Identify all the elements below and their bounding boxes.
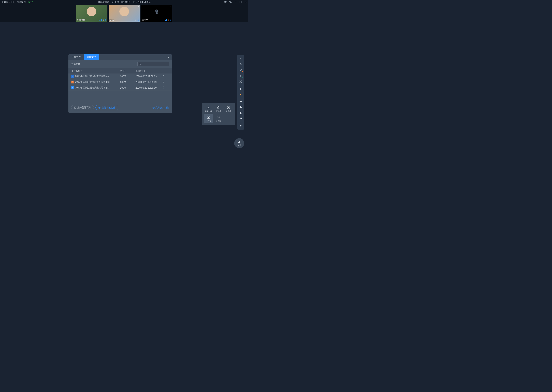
svg-rect-27 <box>219 106 220 107</box>
tool-text[interactable] <box>237 73 244 79</box>
tile-close-icon[interactable]: × <box>170 5 172 8</box>
tool-screen-share[interactable]: 屏幕共享 <box>204 105 213 113</box>
close-icon[interactable] <box>244 0 247 4</box>
svg-point-23 <box>240 118 241 119</box>
mic-icon <box>170 19 172 21</box>
tool-color[interactable] <box>237 91 244 97</box>
svg-point-3 <box>103 20 103 20</box>
supported-types-link[interactable]: 文件支持类型 <box>152 106 169 109</box>
file-size: 200M <box>120 81 136 84</box>
file-row[interactable]: ▲2019年工作汇报情况查询等等.jpg200M2020/06/23 12:09… <box>68 85 172 91</box>
svg-point-21 <box>240 112 241 113</box>
file-name: 2019年工作汇报情况查询等等.jpg <box>75 86 109 89</box>
avatar-placeholder <box>119 7 129 16</box>
svg-point-9 <box>156 10 157 12</box>
tool-move[interactable] <box>237 62 244 67</box>
participant-video-bar: 叮当老师 × Nina × 王小明 <box>0 4 248 22</box>
mic-icon <box>105 19 107 21</box>
delete-icon[interactable] <box>162 75 165 77</box>
participant-name: 王小明 <box>142 18 148 21</box>
document-icon <box>74 106 76 109</box>
folder-breadcrumb[interactable]: 全部文件 <box>71 63 80 66</box>
tool-scissors[interactable] <box>237 79 244 84</box>
file-row[interactable]: W2019年工作汇报情况查询等等.doc200M2020/06/23 12:09… <box>68 73 172 79</box>
record-icon[interactable] <box>224 0 227 4</box>
class-id: ID：2020070324 <box>133 0 151 4</box>
tool-pen[interactable] <box>237 67 244 73</box>
svg-rect-12 <box>171 19 171 20</box>
svg-rect-28 <box>217 108 218 109</box>
mic-icon <box>137 19 139 21</box>
column-filename[interactable]: 文件名称▼ <box>71 69 120 73</box>
hand-icon <box>238 140 241 144</box>
column-modified-time[interactable]: 修改时间 <box>136 69 162 73</box>
tool-answer-device[interactable]: A 答题器 <box>214 105 223 113</box>
participant-name: Nina <box>109 19 114 21</box>
svg-rect-7 <box>138 19 138 20</box>
file-type-icon: P <box>71 81 74 84</box>
file-dialog: 云盘文件 本地文件 × 全部文件 文件名称▼ 大小 修改时间 W2019年工作汇… <box>68 54 172 113</box>
participant-tile[interactable]: × 王小明 <box>141 5 172 22</box>
participant-tile[interactable]: × Nina <box>109 5 140 22</box>
tool-toolbox[interactable] <box>237 104 244 110</box>
file-name: 2019年工作汇报情况查询等等.doc <box>75 75 110 78</box>
settings-icon[interactable] <box>229 0 232 4</box>
svg-point-6 <box>136 20 136 20</box>
camera-off-icon <box>153 8 160 15</box>
svg-rect-20 <box>240 107 242 108</box>
raise-hand-button[interactable]: 0/2 <box>234 138 244 148</box>
tool-timer[interactable]: 计时器 <box>204 114 213 123</box>
file-size: 200M <box>120 75 136 78</box>
svg-rect-0 <box>225 1 226 2</box>
delete-icon[interactable] <box>162 86 165 89</box>
tool-chat[interactable] <box>237 116 244 122</box>
camera-icon <box>102 19 104 21</box>
search-icon <box>139 63 141 65</box>
upload-plain-button[interactable]: 上传普通课件 <box>71 105 94 110</box>
volume-indicator-icon <box>165 19 167 21</box>
column-size[interactable]: 大小 <box>120 69 136 73</box>
tab-cloud-files[interactable]: 云盘文件 <box>68 54 84 60</box>
packet-loss-label: 丢包率：0% <box>1 0 14 4</box>
class-duration: 已上课：02:34:09 <box>112 0 130 4</box>
svg-point-24 <box>241 118 241 119</box>
file-size: 200M <box>120 86 136 89</box>
tool-bell[interactable] <box>237 123 244 129</box>
svg-rect-4 <box>105 19 106 20</box>
svg-rect-1 <box>235 2 236 2</box>
svg-point-19 <box>240 94 241 95</box>
svg-point-16 <box>240 58 241 59</box>
tool-buzzer[interactable]: 抢答器 <box>224 105 233 113</box>
class-title: 神秘大自然 <box>98 0 109 4</box>
upload-animated-button[interactable]: 上传动效文件 <box>95 105 118 110</box>
tool-pointer[interactable] <box>237 56 244 62</box>
tool-mini-whiteboard[interactable]: 2+3 小黑板 <box>214 114 223 123</box>
camera-icon <box>135 19 137 21</box>
tool-folder[interactable] <box>237 98 244 104</box>
svg-text:A: A <box>218 106 218 107</box>
file-modified-time: 2020/06/23 12:09:09 <box>136 81 162 84</box>
raise-hand-count: 0/2 <box>238 144 240 146</box>
file-name: 2019年工作汇报情况查询等等.ppt <box>75 80 109 84</box>
tool-person[interactable] <box>237 110 244 116</box>
info-icon <box>152 106 155 109</box>
top-status-bar: 丢包率：0% 网络状态：良好 神秘大自然 已上课：02:34:09 ID：202… <box>0 0 248 4</box>
network-status: 网络状态：良好 <box>17 0 33 4</box>
tools-popup: 屏幕共享 A 答题器 抢答器 计时器 2+3 小黑板 <box>202 103 235 125</box>
tile-close-icon[interactable]: × <box>138 5 139 8</box>
file-row[interactable]: P2019年工作汇报情况查询等等.ppt200M2020/06/23 12:09… <box>68 79 172 85</box>
volume-indicator-icon <box>100 19 102 21</box>
file-modified-time: 2020/06/23 12:09:09 <box>136 75 162 78</box>
participant-tile[interactable]: 叮当老师 <box>76 5 107 22</box>
participant-name: 叮当老师 <box>77 18 85 21</box>
file-type-icon: W <box>71 75 74 78</box>
search-input[interactable] <box>138 62 169 66</box>
tool-eraser[interactable] <box>237 86 244 91</box>
maximize-icon[interactable] <box>239 0 242 4</box>
minimize-icon[interactable] <box>234 0 237 4</box>
file-modified-time: 2020/06/23 12:09:09 <box>136 86 162 89</box>
delete-icon[interactable] <box>162 81 165 83</box>
tab-local-files[interactable]: 本地文件 <box>84 54 99 60</box>
dialog-close-icon[interactable]: × <box>166 56 172 59</box>
avatar-placeholder <box>87 7 96 16</box>
